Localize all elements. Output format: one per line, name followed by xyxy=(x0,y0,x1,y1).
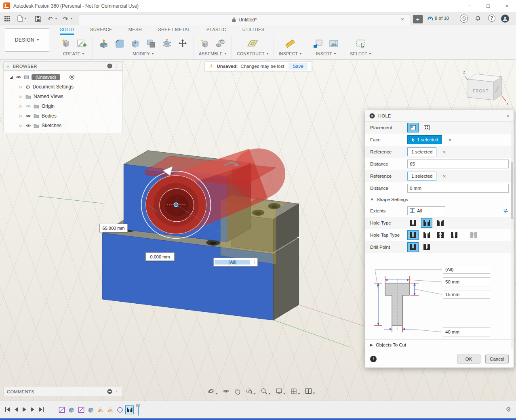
combine-icon[interactable] xyxy=(145,38,157,50)
timeline-position-marker[interactable] xyxy=(136,404,140,416)
tap-type-tapped-button[interactable] xyxy=(435,230,446,240)
counterbore-depth-input[interactable]: 15 mm xyxy=(443,290,490,299)
hole-manipulator[interactable] xyxy=(141,162,239,265)
drill-point-angle-button[interactable] xyxy=(421,242,432,252)
eye-icon[interactable] xyxy=(16,75,21,79)
eye-off-icon[interactable] xyxy=(25,104,31,108)
extents-dropdown[interactable]: All xyxy=(407,206,445,215)
tab-solid[interactable]: SOLID xyxy=(60,25,74,35)
tab-close-icon[interactable]: × xyxy=(399,16,406,22)
new-component-icon[interactable] xyxy=(60,38,72,50)
create-sketch-icon[interactable] xyxy=(76,38,88,50)
tree-root-row[interactable]: ◢ (Unsaved) xyxy=(4,72,122,82)
play-button[interactable] xyxy=(23,407,26,412)
redo-button[interactable]: ↷ xyxy=(61,15,70,22)
activate-component-icon[interactable] xyxy=(69,74,75,80)
group-label-insert[interactable]: INSERT xyxy=(316,51,336,56)
panel-grip-icon[interactable]: ⋮ xyxy=(115,64,119,68)
group-label-assemble[interactable]: ASSEMBLE xyxy=(199,51,227,56)
group-label-select[interactable]: SELECT xyxy=(350,51,371,56)
face-select-button[interactable]: 1 selected xyxy=(407,135,442,144)
expander-icon[interactable]: ▷ xyxy=(19,114,23,118)
panel-toggle-icon[interactable] xyxy=(107,63,112,69)
tab-plastic[interactable]: PLASTIC xyxy=(206,25,226,35)
avatar[interactable] xyxy=(501,15,509,23)
viewport-3d[interactable]: « BROWSER ⋮ ◢ (Unsaved) ▷ ⚙ Document Set… xyxy=(0,60,516,401)
expander-icon[interactable]: ▷ xyxy=(19,124,23,128)
placement-single-button[interactable] xyxy=(407,123,419,132)
drill-point-flat-button[interactable] xyxy=(407,242,419,252)
feature-sketch-icon[interactable] xyxy=(57,405,66,414)
rotate-handle-icon[interactable] xyxy=(163,166,173,176)
expander-icon[interactable]: ▷ xyxy=(19,94,23,99)
group-label-construct[interactable]: CONSTRUCT xyxy=(237,51,269,56)
hole-type-counterbore-button[interactable] xyxy=(421,218,432,228)
group-label-create[interactable]: CREATE xyxy=(63,51,85,56)
distance2-input[interactable]: 0 mm xyxy=(407,184,509,193)
step-back-button[interactable] xyxy=(15,407,18,412)
save-button[interactable] xyxy=(34,15,42,22)
viewports-icon[interactable] xyxy=(305,388,315,394)
save-link[interactable]: Save xyxy=(289,63,307,70)
panel-grip-icon[interactable]: ⋮ xyxy=(115,389,119,394)
group-label-inspect[interactable]: INSPECT xyxy=(279,51,302,56)
new-tab-button[interactable]: + xyxy=(413,15,423,23)
expander-icon[interactable]: ▷ xyxy=(19,104,23,108)
feature-extrude-icon[interactable] xyxy=(67,405,76,414)
joint-icon[interactable] xyxy=(215,38,227,50)
step-forward-button[interactable] xyxy=(31,407,34,412)
orbit-tool-icon[interactable] xyxy=(208,388,218,395)
extent-menu-icon[interactable]: ⋮ xyxy=(251,260,257,265)
objects-to-cut-section[interactable]: ▶ Objects To Cut xyxy=(365,339,514,350)
model-pedestal[interactable] xyxy=(124,151,251,242)
insert-derive-icon[interactable] xyxy=(312,38,324,50)
file-menu-icon[interactable] xyxy=(16,15,24,22)
viewcube[interactable]: FRONT RIGHT Z X xyxy=(461,67,511,107)
tab-sheet-metal[interactable]: SHEET METAL xyxy=(158,25,190,35)
skip-to-start-button[interactable] xyxy=(5,407,10,412)
skip-to-end-button[interactable] xyxy=(39,407,44,412)
info-icon[interactable]: i xyxy=(370,356,377,362)
tree-item-document-settings[interactable]: ▷ ⚙ Document Settings xyxy=(4,82,122,92)
root-document-name[interactable]: (Unsaved) xyxy=(32,74,60,80)
feature-mirror-icon[interactable] xyxy=(106,405,114,414)
grid-settings-icon[interactable] xyxy=(291,388,300,395)
ok-button[interactable]: OK xyxy=(457,355,480,363)
hole-diameter-input[interactable]: 40 mm xyxy=(443,328,490,336)
tab-mesh[interactable]: MESH xyxy=(128,25,142,35)
document-tab[interactable]: Untitled* × xyxy=(79,14,410,25)
face-clear-icon[interactable]: × xyxy=(447,137,453,143)
tab-surface[interactable]: SURFACE xyxy=(90,25,112,35)
tree-item-origin[interactable]: ▷ Origin xyxy=(4,101,122,111)
extent-dropdown[interactable]: (All) ⋮ xyxy=(213,258,258,267)
undo-button[interactable]: ↶ xyxy=(46,15,54,22)
placement-multiple-button[interactable] xyxy=(421,123,432,132)
reference2-select-button[interactable]: 1 selected xyxy=(407,172,436,181)
look-at-tool-icon[interactable] xyxy=(223,388,230,395)
hole-type-simple-button[interactable] xyxy=(407,218,419,228)
group-label-modify[interactable]: MODIFY xyxy=(133,51,154,56)
tree-item-bodies[interactable]: ▷ Bodies xyxy=(4,111,122,121)
notifications-bell-icon[interactable] xyxy=(474,15,482,23)
model-base[interactable] xyxy=(103,218,299,320)
tap-type-clearance-button[interactable] xyxy=(421,230,432,240)
job-status[interactable]: 8 of 10 xyxy=(428,15,449,21)
zoom-window-tool-icon[interactable] xyxy=(246,388,256,395)
app-grid-icon[interactable] xyxy=(3,15,11,22)
dialog-scrollbar-thumb[interactable] xyxy=(511,162,513,219)
select-tool-icon[interactable] xyxy=(355,38,367,50)
redo-caret-icon[interactable] xyxy=(70,18,73,19)
center-drag-point[interactable] xyxy=(174,203,178,207)
move-copy-icon[interactable] xyxy=(177,38,189,50)
comments-header[interactable]: COMMENTS ⋮ xyxy=(3,387,123,396)
hole-type-countersink-button[interactable] xyxy=(435,218,446,228)
flip-direction-icon[interactable] xyxy=(503,208,509,214)
press-pull-icon[interactable] xyxy=(98,38,110,50)
feature-sketch-icon[interactable] xyxy=(77,405,85,414)
undo-caret-icon[interactable] xyxy=(55,18,57,19)
dialog-scrollbar[interactable] xyxy=(511,122,513,349)
help-button[interactable]: ? xyxy=(488,15,495,22)
distance1-input[interactable]: 65 xyxy=(407,160,509,168)
clock-icon[interactable] xyxy=(460,15,468,23)
hole-dialog-header[interactable]: HOLE » xyxy=(365,110,514,122)
